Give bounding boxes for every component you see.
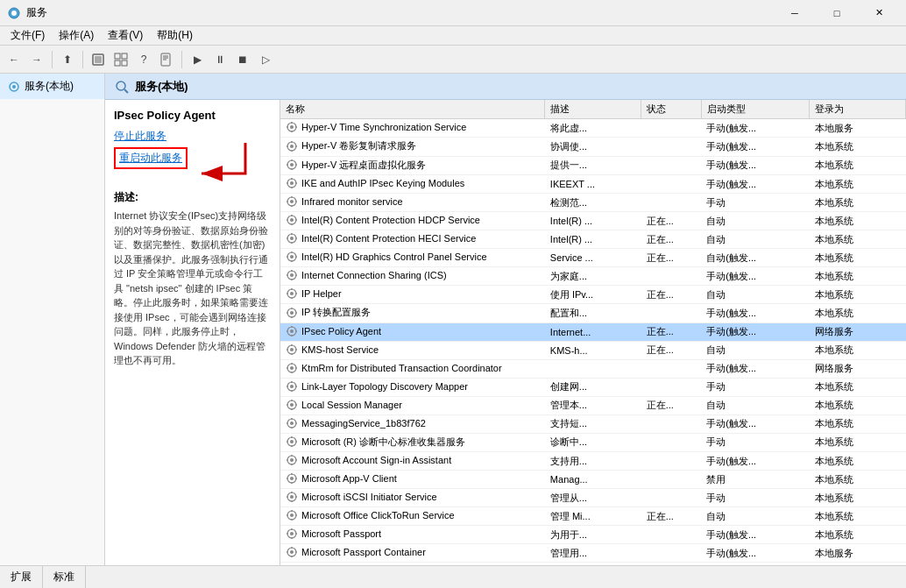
cell-status: 正在... (641, 286, 702, 304)
close-button[interactable]: ✕ (859, 0, 899, 26)
cell-status (641, 194, 702, 212)
col-login[interactable]: 登录为 (810, 100, 906, 119)
svg-rect-110 (291, 408, 293, 410)
table-row[interactable]: Microsoft Office ClickToRun Service 管理 M… (280, 507, 906, 526)
menu-file[interactable]: 文件(F) (4, 26, 52, 45)
svg-rect-94 (295, 349, 297, 351)
svg-rect-57 (287, 237, 288, 239)
maximize-button[interactable]: □ (817, 0, 857, 26)
svg-rect-142 (295, 496, 297, 498)
menu-view[interactable]: 查看(V) (101, 26, 150, 45)
table-row[interactable]: Hyper-V 远程桌面虚拟化服务 提供一...手动(触发...本地系统 (280, 156, 906, 175)
table-row[interactable]: IPsec Policy Agent Internet...正在...手动(触发… (280, 322, 906, 341)
title-bar-title: 服务 (26, 5, 775, 20)
service-icon-5: Intel(R) Content Protection HDCP Service (286, 214, 480, 226)
svg-rect-76 (295, 293, 297, 294)
col-status[interactable]: 状态 (641, 100, 702, 119)
status-bar: 扩展 标准 (0, 565, 906, 588)
svg-point-108 (290, 403, 294, 407)
table-row[interactable]: KMS-host Service KMS-h...正在...自动本地系统 (280, 341, 906, 359)
split-pane: IPsec Policy Agent 停止此服务 重启动此服务 描述: (105, 100, 906, 565)
menu-action[interactable]: 操作(A) (52, 26, 101, 45)
svg-point-156 (290, 550, 294, 554)
cell-status (641, 433, 702, 452)
svg-rect-27 (287, 145, 288, 147)
toolbar-play[interactable]: ▶ (187, 49, 208, 70)
svg-point-144 (290, 514, 294, 517)
right-pane[interactable]: 名称 描述 状态 启动类型 登录为 Hyper- (280, 100, 906, 565)
cell-starttype: 手动(触发... (701, 138, 809, 157)
table-row[interactable]: Intel(R) Content Protection HECI Service… (280, 230, 906, 249)
cell-status: 正在... (641, 507, 702, 526)
table-row[interactable]: Microsoft (R) 诊断中心标准收集器服务 诊断中...手动本地系统 (280, 433, 906, 452)
cell-login: 本地系统 (810, 526, 906, 544)
toolbar-page[interactable] (156, 49, 177, 70)
toolbar-show-hide[interactable] (88, 49, 109, 70)
svg-rect-22 (295, 126, 297, 128)
table-row[interactable]: Intel(R) HD Graphics Control Panel Servi… (280, 249, 906, 267)
svg-point-48 (290, 218, 294, 222)
table-row[interactable]: Infrared monitor service 检测范...手动本地系统 (280, 194, 906, 212)
services-icon (7, 80, 21, 94)
table-row[interactable]: KtmRm for Distributed Transaction Coordi… (280, 359, 906, 378)
svg-rect-87 (287, 330, 288, 332)
sidebar-item-services[interactable]: 服务(本地) (0, 74, 104, 99)
services-table: 名称 描述 状态 启动类型 登录为 Hyper- (280, 100, 906, 563)
toolbar-grid[interactable] (110, 49, 131, 70)
toolbar-restart[interactable]: ▷ (255, 49, 276, 70)
service-icon-6: Intel(R) Content Protection HECI Service (286, 232, 476, 244)
table-row[interactable]: Microsoft Passport Container 管理用...手动(触发… (280, 544, 906, 563)
cell-status (641, 414, 702, 433)
table-row[interactable]: IKE and AuthIP IPsec Keying Modules IKEE… (280, 175, 906, 194)
menu-help[interactable]: 帮助(H) (150, 26, 200, 45)
toolbar-sep2 (82, 51, 83, 68)
table-row[interactable]: Intel(R) Content Protection HDCP Service… (280, 212, 906, 230)
service-name-header: IPsec Policy Agent (114, 109, 271, 122)
table-row[interactable]: Microsoft App-V Client Manag...禁用本地系统 (280, 471, 906, 489)
cell-desc: Service ... (545, 249, 641, 267)
toolbar-forward[interactable]: → (26, 49, 47, 70)
table-row[interactable]: MessagingService_1b83f762 支持短...手动(触发...… (280, 414, 906, 433)
table-row[interactable]: Microsoft Account Sign-in Assistant 支持用.… (280, 452, 906, 471)
svg-rect-61 (291, 251, 293, 253)
table-row[interactable]: Hyper-V Time Synchronization Service 将此虚… (280, 119, 906, 138)
svg-rect-38 (291, 187, 293, 188)
svg-rect-127 (291, 455, 293, 457)
stop-service-link[interactable]: 停止此服务 (114, 129, 271, 144)
cell-status (641, 156, 702, 175)
tab-standard[interactable]: 标准 (43, 566, 86, 588)
col-desc[interactable]: 描述 (545, 100, 641, 119)
toolbar: ← → ⬆ ? ▶ ⏸ ⏹ ▷ (0, 46, 906, 74)
toolbar-pause[interactable]: ⏸ (209, 49, 230, 70)
svg-rect-109 (291, 400, 293, 401)
svg-rect-111 (287, 404, 288, 406)
svg-rect-33 (287, 164, 288, 166)
table-row[interactable]: IP 转换配置服务 配置和...手动(触发...本地系统 (280, 304, 906, 323)
service-icon-21: Microsoft Office ClickToRun Service (286, 509, 455, 521)
table-row[interactable]: Hyper-V 卷影复制请求服务 协调使...手动(触发...本地系统 (280, 138, 906, 157)
cell-status: 正在... (641, 396, 702, 414)
col-starttype[interactable]: 启动类型 (701, 100, 809, 119)
tab-expand[interactable]: 扩展 (0, 566, 43, 588)
minimize-button[interactable]: ─ (775, 0, 815, 26)
cell-login: 网络服务 (810, 322, 906, 341)
svg-rect-50 (291, 223, 293, 225)
restart-service-link[interactable]: 重启动此服务 (114, 147, 188, 169)
table-row[interactable]: IP Helper 使用 IPv...正在...自动本地系统 (280, 286, 906, 304)
svg-rect-85 (291, 326, 293, 328)
service-icon-7: Intel(R) HD Graphics Control Panel Servi… (286, 251, 487, 263)
table-row[interactable]: Internet Connection Sharing (ICS) 为家庭...… (280, 267, 906, 286)
toolbar-help[interactable]: ? (133, 49, 154, 70)
svg-rect-46 (295, 201, 297, 202)
toolbar-back[interactable]: ← (4, 49, 25, 70)
table-row[interactable]: Local Session Manager 管理本...正在...自动本地系统 (280, 396, 906, 414)
col-name[interactable]: 名称 (280, 100, 545, 119)
cell-desc: 将此虚... (545, 119, 641, 138)
svg-rect-91 (291, 344, 293, 346)
toolbar-stop[interactable]: ⏹ (232, 49, 253, 70)
toolbar-up[interactable]: ⬆ (57, 49, 78, 70)
table-row[interactable]: Link-Layer Topology Discovery Mapper 创建网… (280, 378, 906, 396)
table-row[interactable]: Microsoft iSCSI Initiator Service 管理从...… (280, 489, 906, 507)
cell-starttype: 禁用 (701, 471, 809, 489)
table-row[interactable]: Microsoft Passport 为用于...手动(触发...本地系统 (280, 526, 906, 544)
